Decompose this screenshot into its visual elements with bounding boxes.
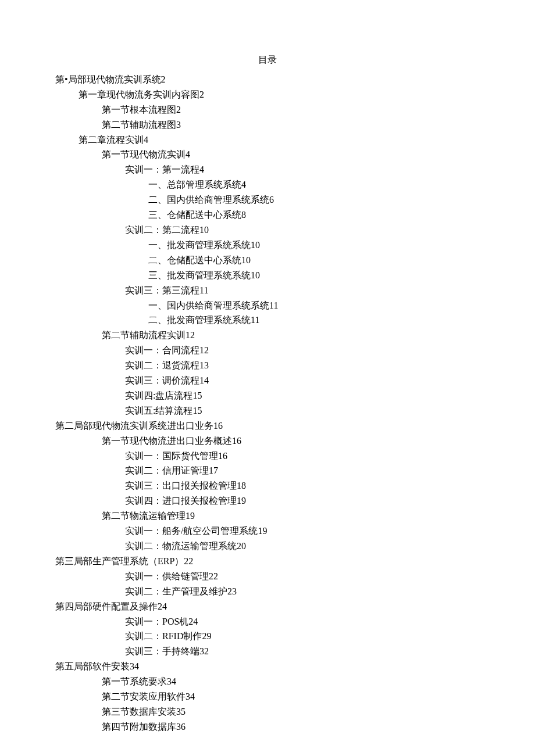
toc-entry: 二、仓储配送中心系统10 [55,253,480,268]
toc-entry: 实训四：进口报关报检管理19 [55,493,480,508]
toc-entry: 第•局部现代物流实训系统2 [55,72,480,87]
toc-entry: 实训二：信用证管理17 [55,463,480,478]
toc-entry: 实训二：退货流程13 [55,358,480,373]
toc-entry: 第一节根本流程图2 [55,102,480,117]
table-of-contents: 第•局部现代物流实训系统2第一章现代物流务实训内容图2第一节根本流程图2第二节辅… [55,72,480,734]
toc-entry: 实训一：船务/航空公司管理系统19 [55,524,480,539]
toc-entry: 实训二：生产管理及维护23 [55,584,480,599]
toc-entry: 实训二：物流运输管理系统20 [55,539,480,554]
document-title: 目录 [55,52,480,67]
toc-entry: 第四局部硬件配置及操作24 [55,599,480,614]
toc-entry: 第三节数据库安装35 [55,704,480,719]
toc-entry: 二、批发商管理系统系统11 [55,313,480,328]
toc-entry: 第一节系统要求34 [55,674,480,689]
toc-entry: 第二节辅助流程图3 [55,117,480,132]
toc-entry: 实训三：手持终端32 [55,644,480,659]
toc-entry: 第二章流程实训4 [55,132,480,148]
toc-entry: 第一章现代物流务实训内容图2 [55,87,480,102]
toc-entry: 实训三：出口报关报检管理18 [55,478,480,493]
toc-entry: 实训一：合同流程12 [55,343,480,358]
toc-entry: 实训三：第三流程11 [55,283,480,298]
toc-entry: 第一节现代物流实训4 [55,147,480,162]
toc-entry: 第二节辅助流程实训12 [55,328,480,343]
toc-entry: 实训一：国际货代管理16 [55,449,480,464]
toc-entry: 三、仓储配送中心系统8 [55,207,480,223]
toc-entry: 一、总部管理系统系统4 [55,177,480,192]
toc-entry: 第二局部现代物流实训系统进出口业务16 [55,418,480,433]
toc-entry: 实训二：RFID制作29 [55,629,480,644]
toc-entry: 第二节安装应用软件34 [55,689,480,704]
toc-entry: 第五局部软件安装34 [55,659,480,674]
toc-entry: 三、批发商管理系统系统10 [55,268,480,283]
toc-entry: 实训三：调价流程14 [55,373,480,388]
toc-entry: 实训二：第二流程10 [55,223,480,238]
toc-entry: 二、国内供给商管理系统系统6 [55,192,480,207]
toc-entry: 一、国内供给商管理系统系统11 [55,298,480,313]
toc-entry: 第一节现代物流进出口业务概述16 [55,433,480,449]
toc-entry: 实训四:盘店流程15 [55,388,480,403]
toc-entry: 第四节附加数据库36 [55,719,480,734]
toc-entry: 实训一：第一流程4 [55,162,480,177]
toc-entry: 实训一：供给链管理22 [55,569,480,584]
toc-entry: 第二节物流运输管理19 [55,508,480,524]
toc-entry: 第三局部生产管理系统（ERP）22 [55,554,480,569]
toc-entry: 实训五:结算流程15 [55,403,480,418]
toc-entry: 一、批发商管理系统系统10 [55,238,480,253]
toc-entry: 实训一：POS机24 [55,614,480,629]
